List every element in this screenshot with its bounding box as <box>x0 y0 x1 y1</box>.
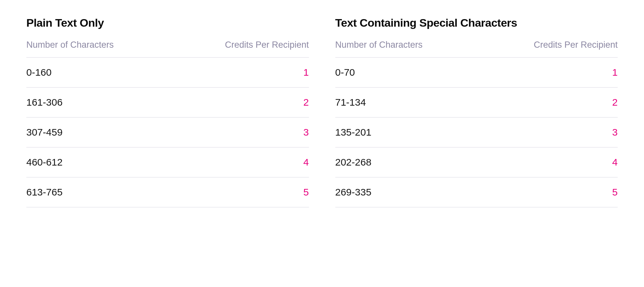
character-range: 460-612 <box>26 157 63 168</box>
table-title: Plain Text Only <box>26 16 309 29</box>
table-row: 135-201 3 <box>335 117 618 147</box>
table-row: 202-268 4 <box>335 147 618 177</box>
plain-text-table: Plain Text Only Number of Characters Cre… <box>26 16 309 207</box>
credit-value: 5 <box>303 187 309 198</box>
credit-value: 1 <box>303 67 309 78</box>
table-header: Number of Characters Credits Per Recipie… <box>335 40 618 58</box>
column-header-characters: Number of Characters <box>335 40 423 50</box>
tables-container: Plain Text Only Number of Characters Cre… <box>26 16 618 207</box>
credit-value: 3 <box>612 127 618 138</box>
table-row: 460-612 4 <box>26 147 309 177</box>
table-row: 307-459 3 <box>26 117 309 147</box>
character-range: 613-765 <box>26 187 63 198</box>
table-title: Text Containing Special Characters <box>335 16 618 29</box>
character-range: 0-160 <box>26 67 52 78</box>
credit-value: 2 <box>303 97 309 108</box>
table-row: 0-160 1 <box>26 58 309 88</box>
credit-value: 2 <box>612 97 618 108</box>
column-header-credits: Credits Per Recipient <box>534 40 618 50</box>
character-range: 307-459 <box>26 127 63 138</box>
table-row: 0-70 1 <box>335 58 618 88</box>
table-row: 161-306 2 <box>26 88 309 117</box>
table-row: 269-335 5 <box>335 177 618 207</box>
character-range: 202-268 <box>335 157 372 168</box>
character-range: 135-201 <box>335 127 372 138</box>
credit-value: 4 <box>303 157 309 168</box>
character-range: 161-306 <box>26 97 63 108</box>
character-range: 71-134 <box>335 97 366 108</box>
column-header-characters: Number of Characters <box>26 40 114 50</box>
credit-value: 4 <box>612 157 618 168</box>
credit-value: 1 <box>612 67 618 78</box>
column-header-credits: Credits Per Recipient <box>225 40 309 50</box>
table-row: 613-765 5 <box>26 177 309 207</box>
credit-value: 5 <box>612 187 618 198</box>
character-range: 0-70 <box>335 67 355 78</box>
special-characters-table: Text Containing Special Characters Numbe… <box>335 16 618 207</box>
character-range: 269-335 <box>335 187 372 198</box>
table-row: 71-134 2 <box>335 88 618 117</box>
table-header: Number of Characters Credits Per Recipie… <box>26 40 309 58</box>
credit-value: 3 <box>303 127 309 138</box>
